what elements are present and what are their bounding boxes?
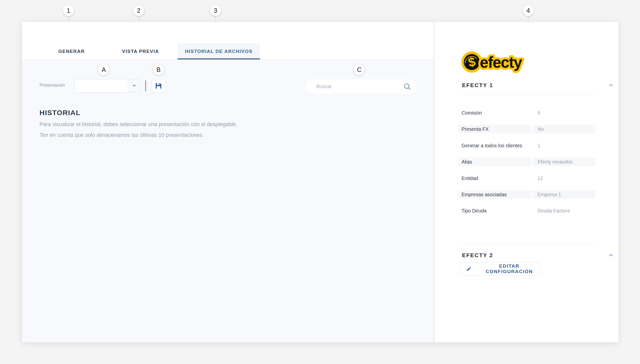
callout-3: 3: [210, 5, 221, 16]
field-row-comision: Comisión5: [458, 108, 617, 117]
section-header-efecty-2: EFECTY 2: [462, 252, 618, 259]
main-card: GENERAR VISTA PREVIA HISTORIAL DE ARCHIV…: [22, 22, 618, 342]
section-header-efecty-1: EFECTY 1: [462, 82, 618, 89]
efecty-logo: $ efecty: [461, 49, 534, 73]
section-title: EFECTY 2: [462, 252, 493, 258]
save-button[interactable]: [152, 79, 165, 92]
field-label-generar_a_todos_los_clientes: Generar a todos los clientes: [458, 141, 531, 150]
callout-c: C: [354, 64, 365, 75]
field-label-alias: Alias: [458, 158, 531, 166]
edit-configuration-button[interactable]: EDITAR CONFIGURACIÓN: [460, 262, 540, 276]
history-help-line-1: Para visualizar el historial, debes sele…: [40, 121, 237, 128]
field-row-entidad: Entidad12: [458, 174, 617, 182]
field-label-presenta_fx: Presenta FX: [458, 125, 531, 133]
section-title: EFECTY 1: [462, 82, 493, 88]
tab-vista-previa[interactable]: VISTA PREVIA: [110, 43, 170, 60]
select-caret-zone[interactable]: [128, 80, 140, 92]
collapse-efecty-1-button[interactable]: [607, 82, 614, 90]
chevron-up-icon: [607, 252, 614, 259]
field-label-entidad: Entidad: [458, 174, 531, 182]
field-value-empresas_asociadas: Empresa 1: [533, 190, 595, 199]
tab-historial-de-archivos[interactable]: HISTORIAL DE ARCHIVOS: [177, 43, 260, 60]
search-input[interactable]: [306, 80, 417, 94]
field-value-generar_a_todos_los_clientes: 1: [533, 141, 595, 150]
field-label-tipo_deuda: Tipo Deuda: [458, 206, 531, 215]
tab-generar[interactable]: GENERAR: [42, 43, 102, 60]
field-row-presenta_fx: Presenta FXNo: [458, 125, 617, 133]
edit-configuration-label: EDITAR CONFIGURACIÓN: [479, 264, 540, 274]
page: GENERAR VISTA PREVIA HISTORIAL DE ARCHIV…: [0, 0, 640, 364]
field-row-tipo_deuda: Tipo DeudaDeuda Factura: [458, 206, 617, 215]
history-content: [22, 60, 434, 342]
search-icon: [403, 82, 411, 91]
section-divider: [460, 243, 595, 244]
field-value-presenta_fx: No: [533, 125, 595, 133]
page-title: HISTORIAL: [40, 109, 81, 117]
callout-b: B: [153, 64, 164, 75]
field-row-generar_a_todos_los_clientes: Generar a todos los clientes1: [458, 141, 617, 150]
callout-a: A: [98, 64, 109, 75]
callout-4: 4: [523, 5, 534, 16]
left-panel: GENERAR VISTA PREVIA HISTORIAL DE ARCHIV…: [22, 22, 434, 342]
chevron-up-icon: [607, 82, 614, 89]
field-row-empresas_asociadas: Empresas asociadasEmpresa 1: [458, 190, 617, 199]
chevron-down-icon: [132, 85, 136, 87]
field-value-entidad: 12: [533, 174, 595, 182]
collapse-efecty-2-button[interactable]: [607, 252, 614, 260]
field-value-comision: 5: [533, 108, 595, 117]
tab-bar: GENERAR VISTA PREVIA HISTORIAL DE ARCHIV…: [22, 22, 434, 60]
toolbar-divider: [145, 80, 146, 91]
pencil-edit-icon: [466, 266, 472, 272]
history-help-line-2: Ten en cuenta que solo almacenamos las ú…: [40, 132, 204, 138]
callout-2: 2: [133, 5, 144, 16]
field-value-tipo_deuda: Deuda Factura: [533, 206, 595, 215]
floppy-disk-save-icon: [155, 82, 162, 90]
field-label-comision: Comisión: [458, 108, 531, 117]
callout-1: 1: [63, 5, 74, 16]
section-divider: [460, 94, 595, 94]
field-value-alias: Efecty recaudos: [533, 158, 595, 166]
field-label-empresas_asociadas: Empresas asociadas: [458, 190, 531, 199]
svg-text:efecty: efecty: [480, 54, 522, 71]
search-box[interactable]: [306, 80, 417, 94]
presentation-select[interactable]: [75, 79, 141, 92]
field-row-alias: AliasEfecty recaudos: [458, 158, 617, 166]
presentation-label: Presentación: [40, 83, 65, 88]
